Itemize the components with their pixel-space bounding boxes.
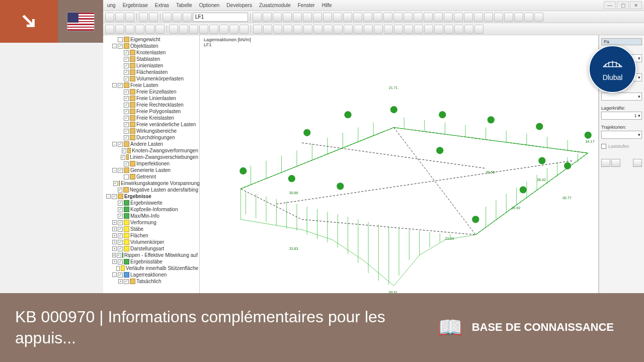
model-canvas[interactable]: Lagerreaktionen [kN/m]LF1: [200, 35, 599, 302]
tree-checkbox[interactable]: [116, 266, 120, 271]
tree-expander[interactable]: +: [112, 220, 117, 225]
tree-item[interactable]: Getrennt: [104, 173, 198, 180]
tree-item[interactable]: Knoten-Zwangsverformungen: [104, 147, 198, 154]
tree-checkbox[interactable]: [124, 135, 129, 140]
tree-item[interactable]: Max/Min-Info: [104, 213, 198, 219]
tree-item[interactable]: Einwirkungskategorie Vorspannung: [104, 180, 198, 187]
tree-checkbox[interactable]: [118, 227, 123, 232]
tree-expander[interactable]: -: [112, 44, 117, 48]
tree-item[interactable]: -Lagerreaktionen: [104, 272, 198, 278]
tree-item[interactable]: Freie Linienlasten: [104, 95, 198, 102]
tree-item[interactable]: Freie veränderliche Lasten: [104, 121, 198, 128]
tree-checkbox[interactable]: [118, 207, 123, 212]
tree-expander[interactable]: -: [112, 273, 117, 277]
tree-item[interactable]: +Flächen: [104, 232, 198, 239]
panel-button[interactable]: [611, 159, 620, 167]
tree-item[interactable]: Stablasten: [104, 56, 198, 62]
tree-item[interactable]: Verläufe innerhalb Stützenfläche: [104, 265, 198, 272]
tree-expander[interactable]: -: [112, 142, 117, 146]
tree-item[interactable]: Ergebniswerte: [104, 200, 198, 206]
tree-checkbox[interactable]: [118, 168, 123, 173]
tree-checkbox[interactable]: [118, 259, 123, 264]
panel-button[interactable]: [633, 159, 642, 167]
tree-checkbox[interactable]: [124, 50, 129, 55]
tree-item[interactable]: -Freie Lasten: [104, 82, 198, 88]
tree-checkbox[interactable]: [118, 233, 123, 238]
tree-item[interactable]: Freie Einzellasten: [104, 88, 198, 95]
tree-item[interactable]: Flächenlasten: [104, 69, 198, 75]
tree-item[interactable]: Volumenkörperlasten: [104, 75, 198, 82]
tree-expander[interactable]: +: [112, 227, 117, 231]
tree-item[interactable]: Freie Polygonlasten: [104, 108, 198, 115]
tree-item[interactable]: Linienlasten: [104, 62, 198, 69]
tree-checkbox[interactable]: [124, 129, 129, 134]
tree-checkbox[interactable]: [124, 109, 129, 114]
tree-checkbox[interactable]: [124, 89, 129, 95]
tree-checkbox[interactable]: [124, 70, 129, 75]
navigator-tree[interactable]: Eigengewicht-ObjektlastenKnotenlastenSta…: [103, 35, 200, 302]
panel-combo[interactable]: ▾: [601, 93, 642, 101]
tree-checkbox[interactable]: [124, 279, 129, 284]
tree-checkbox[interactable]: [117, 253, 121, 258]
tree-checkbox[interactable]: [118, 44, 123, 49]
tree-checkbox[interactable]: [124, 122, 129, 127]
tree-item[interactable]: -Generierte Lasten: [104, 167, 198, 173]
tree-item[interactable]: Knotenlasten: [104, 49, 198, 56]
tree-checkbox[interactable]: [112, 194, 117, 199]
tree-expander[interactable]: -: [106, 194, 111, 199]
tree-checkbox[interactable]: [124, 161, 129, 166]
tree-item[interactable]: +Tatsächlich: [104, 278, 198, 285]
tree-checkbox[interactable]: [118, 240, 123, 245]
panel-combo[interactable]: 1 ▾: [601, 112, 642, 120]
tree-checkbox[interactable]: [124, 63, 129, 68]
tree-item[interactable]: Kopfzeile-Information: [104, 206, 198, 213]
tree-checkbox[interactable]: [118, 273, 123, 278]
tree-checkbox[interactable]: [118, 220, 123, 225]
tree-checkbox[interactable]: [118, 142, 123, 147]
tree-item[interactable]: Wirkungsbereiche: [104, 128, 198, 134]
tree-checkbox[interactable]: [124, 174, 129, 179]
tree-expander[interactable]: +: [112, 240, 117, 244]
tree-item[interactable]: Freie Kreislasten: [104, 115, 198, 121]
tree-item[interactable]: Linien-Zwangsverschiebungen: [104, 154, 198, 160]
tree-expander[interactable]: +: [112, 233, 117, 238]
tree-item[interactable]: Freie Rechtecklasten: [104, 102, 198, 108]
tree-checkbox[interactable]: [118, 83, 123, 88]
tree-checkbox[interactable]: [118, 214, 123, 219]
tree-item[interactable]: +Darstellungsart: [104, 245, 198, 252]
tree-checkbox[interactable]: [124, 57, 129, 62]
tree-item[interactable]: +Verformung: [104, 219, 198, 226]
tree-item[interactable]: +Rippen - Effektive Mitwirkung auf Flä: [104, 252, 198, 258]
tree-checkbox[interactable]: [124, 116, 129, 121]
dropdown-indicator[interactable]: [0, 0, 58, 43]
tree-item[interactable]: +Volumenkörper: [104, 239, 198, 245]
tree-checkbox[interactable]: [122, 148, 126, 153]
tree-checkbox[interactable]: [118, 201, 123, 206]
tree-item[interactable]: -Andere Lasten: [104, 141, 198, 147]
laststufen-checkbox[interactable]: [601, 144, 606, 149]
tree-checkbox[interactable]: [118, 188, 123, 193]
tree-checkbox[interactable]: [124, 76, 129, 81]
panel-combo[interactable]: ▾: [601, 131, 642, 139]
tree-checkbox[interactable]: [124, 96, 129, 101]
tree-item[interactable]: +Stäbe: [104, 226, 198, 232]
panel-button[interactable]: [601, 159, 610, 167]
tree-checkbox[interactable]: [121, 155, 125, 160]
tree-item[interactable]: Durchdringungen: [104, 134, 198, 141]
tree-item[interactable]: +Ergebnisstäbe: [104, 258, 198, 265]
tree-checkbox[interactable]: [118, 246, 123, 251]
tree-checkbox[interactable]: [124, 103, 129, 108]
tree-item[interactable]: Imperfektionen: [104, 160, 198, 167]
tree-expander[interactable]: +: [112, 253, 116, 257]
tree-item[interactable]: -Ergebnisse: [104, 193, 198, 200]
tree-item-icon: [119, 180, 120, 186]
tree-expander[interactable]: +: [112, 259, 117, 264]
language-selector[interactable]: [58, 0, 103, 43]
tree-expander[interactable]: -: [112, 168, 117, 172]
tree-expander[interactable]: +: [112, 246, 117, 251]
tree-item[interactable]: -Objektlasten: [104, 43, 198, 49]
tree-checkbox[interactable]: [113, 181, 118, 186]
tree-item[interactable]: Negative Lasten andersfarbing: [104, 187, 198, 193]
tree-expander[interactable]: +: [118, 279, 123, 284]
tree-expander[interactable]: -: [112, 83, 117, 87]
